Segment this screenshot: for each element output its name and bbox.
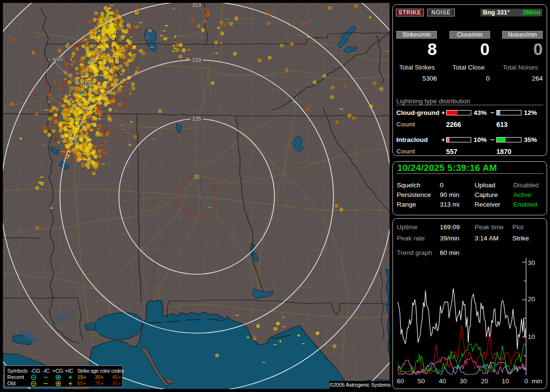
svg-text:219: 219 [192,57,201,63]
svg-text:31: 31 [194,174,200,180]
svg-text:4: 4 [99,81,101,86]
svg-text:L-6050: L-6050 [48,56,63,62]
svg-text:F-1677: F-1677 [78,81,92,86]
svg-text:313: 313 [192,3,201,8]
svg-text:4: 4 [70,56,72,62]
svg-text:125: 125 [192,116,201,122]
